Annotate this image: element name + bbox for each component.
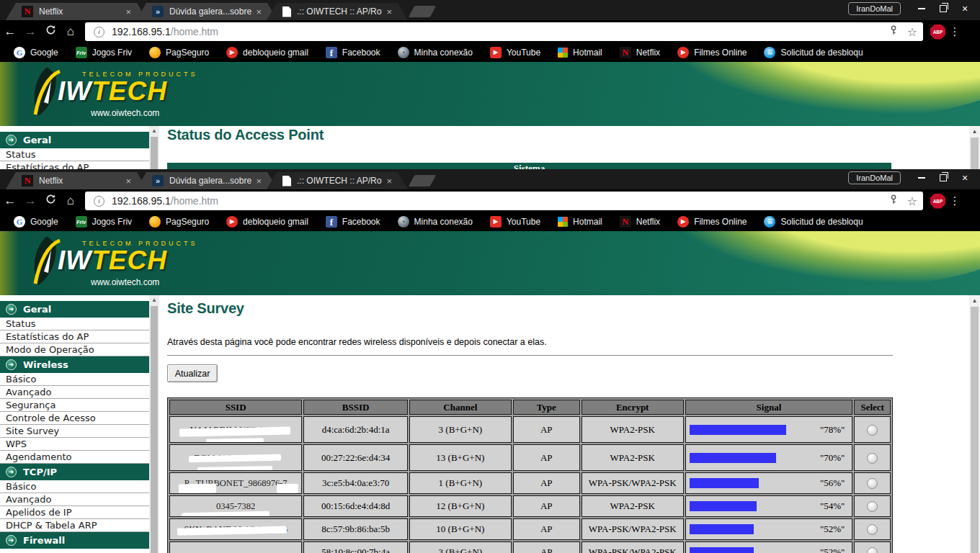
minimize-button[interactable]: [911, 171, 932, 184]
minimize-button[interactable]: [911, 2, 932, 15]
home-icon[interactable]: ⌂: [61, 194, 81, 208]
bookmark-facebook[interactable]: fFacebook: [318, 216, 388, 228]
browser-tab[interactable]: NNetflix×: [6, 3, 147, 20]
bookmark-filmes-online[interactable]: ▶Filmes Online: [669, 216, 754, 228]
bookmark-netflix[interactable]: NNetflix: [612, 47, 668, 58]
page-scrollbar[interactable]: ▲: [969, 126, 980, 169]
sidebar-item-status[interactable]: Status: [0, 148, 149, 161]
sidebar-item-modo-de-opera-o[interactable]: Modo de Operação: [0, 343, 149, 356]
new-tab-button[interactable]: [409, 175, 437, 186]
select-radio-button[interactable]: [867, 501, 878, 512]
forward-icon[interactable]: →: [20, 24, 40, 39]
type-cell: AP: [513, 541, 580, 553]
home-icon[interactable]: ⌂: [61, 24, 81, 39]
tab-close-icon[interactable]: ×: [125, 176, 131, 186]
bookmark-minha-conex-o[interactable]: ◔Minha conexão: [390, 216, 481, 228]
sidebar-item-site-survey[interactable]: Site Survey: [0, 425, 149, 438]
tab-close-icon[interactable]: ×: [125, 7, 131, 17]
sidebar-header-firewall[interactable]: ➜Firewall: [0, 532, 149, 549]
sidebar-item-avan-ado[interactable]: Avançado: [0, 386, 149, 399]
play-circle-favicon-icon: ▶: [226, 47, 238, 58]
sidebar-item-estat-sticas-do-ap[interactable]: Estatísticas do AP: [0, 161, 149, 169]
sidebar-header-wireless[interactable]: ➜Wireless: [0, 356, 149, 373]
bookmark-star-icon[interactable]: ☆: [907, 194, 917, 208]
profile-button[interactable]: IranDoMal: [848, 171, 901, 184]
bookmark-google[interactable]: GGoogle: [6, 47, 66, 58]
reload-icon[interactable]: [40, 194, 61, 208]
bookmark-hotmail[interactable]: Hotmail: [550, 217, 610, 227]
sidebar-item-status[interactable]: Status: [0, 318, 149, 331]
sidebar-item-estat-sticas-do-ap[interactable]: Estatísticas do AP: [0, 331, 149, 343]
refresh-button[interactable]: Atualizar: [167, 364, 218, 382]
bookmark-debloqueio-gmail[interactable]: ▶debloqueio gmail: [218, 47, 316, 58]
sidebar-item-apelidos-de-ip[interactable]: Apelidos de IP: [0, 506, 149, 519]
bookmark-jogos-friv[interactable]: FrivJogos Friv: [68, 47, 140, 58]
page-scrollbar[interactable]: ▲: [969, 295, 980, 553]
select-radio-button[interactable]: [867, 478, 878, 489]
tab-close-icon[interactable]: ×: [256, 7, 262, 17]
new-tab-button[interactable]: [409, 6, 437, 17]
sidebar-scrollbar[interactable]: ▲: [149, 295, 159, 553]
password-key-icon[interactable]: [888, 25, 899, 38]
bookmark-hotmail[interactable]: Hotmail: [550, 48, 610, 58]
restore-button[interactable]: [932, 171, 954, 184]
sidebar-item-avan-ado[interactable]: Avançado: [0, 493, 149, 506]
select-cell: [854, 416, 891, 443]
select-radio-button[interactable]: [867, 425, 878, 436]
bookmark-facebook[interactable]: fFacebook: [318, 47, 388, 58]
bookmark-star-icon[interactable]: ☆: [907, 25, 917, 39]
browser-tab[interactable]: .:: OIWTECH :: AP/Router×: [267, 3, 408, 20]
browser-tab[interactable]: .:: OIWTECH :: AP/Router×: [267, 172, 408, 189]
select-radio-button[interactable]: [867, 453, 878, 464]
menu-dots-icon[interactable]: ⋮: [945, 194, 964, 207]
profile-button[interactable]: IranDoMal: [848, 2, 901, 15]
adblock-icon[interactable]: ABP: [930, 24, 945, 40]
reload-icon[interactable]: [40, 24, 61, 39]
bookmark-google[interactable]: GGoogle: [6, 216, 66, 228]
sidebar-header-geral[interactable]: ➜Geral: [0, 301, 149, 318]
bookmark-youtube[interactable]: ▶YouTube: [482, 47, 548, 58]
bookmark-debloqueio-gmail[interactable]: ▶debloqueio gmail: [218, 216, 316, 228]
bookmark-solicitud-de-desbloqu[interactable]: ☰Solicitud de desbloqu: [756, 47, 870, 58]
address-bar[interactable]: i 192.168.95.1 /home.htm ☆: [85, 22, 923, 41]
back-icon[interactable]: ←: [0, 24, 20, 39]
bookmark-pagseguro[interactable]: PagSeguro: [141, 47, 217, 58]
bookmark-netflix[interactable]: NNetflix: [612, 216, 668, 228]
bookmark-youtube[interactable]: ▶YouTube: [482, 216, 548, 228]
sidebar-item-controle-de-acesso[interactable]: Controle de Acesso: [0, 412, 149, 425]
browser-tab[interactable]: NNetflix×: [6, 172, 147, 189]
sidebar-header-geral[interactable]: ➜Geral: [0, 132, 149, 148]
menu-dots-icon[interactable]: ⋮: [945, 25, 964, 38]
select-radio-button[interactable]: [867, 524, 878, 535]
bssid-cell: 58:10:8c:00:7b:4a: [303, 541, 408, 553]
sidebar-item-agendamento[interactable]: Agendamento: [0, 451, 149, 464]
tab-close-icon[interactable]: ×: [386, 7, 392, 17]
sidebar-item-b-sico[interactable]: Básico: [0, 480, 149, 493]
sidebar-item-wps[interactable]: WPS: [0, 438, 149, 451]
browser-tab[interactable]: »Dúvida galera...sobre ant×: [136, 3, 277, 20]
select-radio-button[interactable]: [867, 547, 878, 553]
forward-icon[interactable]: →: [20, 194, 40, 208]
sidebar-header-tcp-ip[interactable]: ➜TCP/IP: [0, 464, 149, 480]
sidebar-item-dhcp-tabela-arp[interactable]: DHCP & Tabela ARP: [0, 519, 149, 532]
bookmark-minha-conex-o[interactable]: ◔Minha conexão: [390, 47, 481, 58]
back-icon[interactable]: ←: [0, 194, 20, 208]
bookmark-jogos-friv[interactable]: FrivJogos Friv: [68, 216, 140, 228]
restore-button[interactable]: [932, 2, 954, 15]
address-bar[interactable]: i 192.168.95.1 /home.htm ☆: [85, 192, 923, 210]
browser-tab[interactable]: »Dúvida galera...sobre ant×: [136, 172, 277, 189]
bookmark-pagseguro[interactable]: PagSeguro: [141, 216, 217, 228]
page-info-icon[interactable]: i: [94, 196, 104, 207]
close-window-button[interactable]: ×: [954, 171, 976, 184]
sidebar-item-seguran-a[interactable]: Segurança: [0, 399, 149, 412]
page-info-icon[interactable]: i: [94, 27, 104, 37]
tab-close-icon[interactable]: ×: [386, 176, 392, 186]
adblock-icon[interactable]: ABP: [930, 194, 945, 209]
bookmark-solicitud-de-desbloqu[interactable]: ☰Solicitud de desbloqu: [756, 216, 870, 228]
bookmark-filmes-online[interactable]: ▶Filmes Online: [669, 47, 754, 58]
tab-close-icon[interactable]: ×: [256, 176, 262, 186]
sidebar-scrollbar[interactable]: ▲: [149, 126, 159, 169]
password-key-icon[interactable]: [888, 194, 899, 207]
close-window-button[interactable]: ×: [954, 2, 976, 15]
sidebar-item-b-sico[interactable]: Básico: [0, 373, 149, 386]
